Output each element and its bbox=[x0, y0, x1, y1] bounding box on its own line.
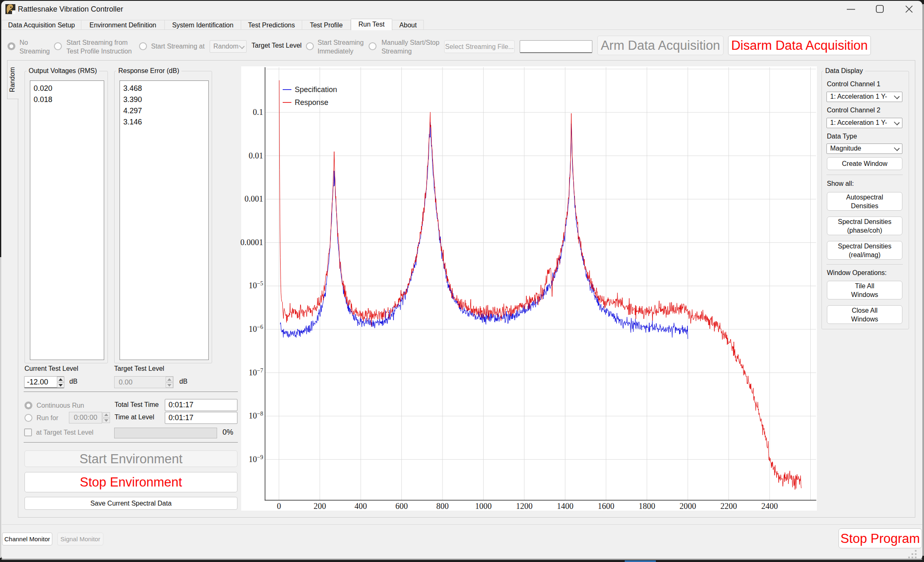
svg-text:2400: 2400 bbox=[761, 501, 778, 511]
svg-text:2000: 2000 bbox=[680, 501, 696, 511]
svg-text:600: 600 bbox=[396, 501, 408, 511]
svg-text:200: 200 bbox=[314, 501, 326, 511]
svg-text:0.001: 0.001 bbox=[244, 194, 263, 203]
svg-text:800: 800 bbox=[436, 501, 449, 511]
svg-text:0.0001: 0.0001 bbox=[240, 238, 263, 247]
svg-text:0.01: 0.01 bbox=[249, 151, 263, 160]
svg-text:1600: 1600 bbox=[598, 501, 614, 511]
svg-text:0: 0 bbox=[277, 501, 281, 511]
svg-text:0.1: 0.1 bbox=[253, 107, 263, 117]
svg-text:1200: 1200 bbox=[516, 501, 533, 511]
svg-text:1000: 1000 bbox=[475, 501, 492, 511]
svg-text:Response: Response bbox=[295, 98, 328, 107]
svg-text:1800: 1800 bbox=[639, 501, 655, 511]
svg-text:1400: 1400 bbox=[557, 501, 574, 511]
svg-text:400: 400 bbox=[354, 501, 367, 511]
svg-text:Specification: Specification bbox=[295, 85, 337, 94]
svg-text:2200: 2200 bbox=[721, 501, 737, 511]
